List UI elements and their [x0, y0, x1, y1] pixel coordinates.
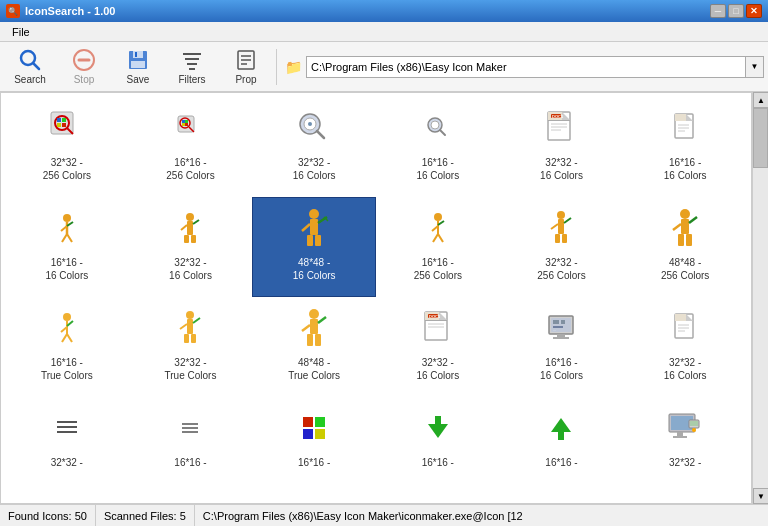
- svg-rect-110: [425, 320, 447, 321]
- svg-point-89: [63, 313, 71, 321]
- svg-point-95: [186, 311, 194, 319]
- icon-cell[interactable]: 32*32 -True Colors: [129, 297, 253, 397]
- svg-line-56: [62, 234, 67, 242]
- icon-label: 16*16 -16 Colors: [45, 256, 88, 282]
- svg-rect-88: [686, 234, 692, 246]
- icon-preview: [43, 204, 91, 252]
- svg-line-98: [193, 318, 200, 323]
- prop-label: Prop: [235, 74, 256, 85]
- icon-cell[interactable]: 48*48 -16 Colors: [252, 197, 376, 297]
- icon-cell[interactable]: 48*48 -256 Colors: [623, 197, 747, 297]
- svg-point-83: [680, 209, 690, 219]
- save-icon: [126, 48, 150, 72]
- icon-grid: 32*32 -256 Colors 16*16 -256 Colors: [0, 92, 752, 504]
- icon-cell[interactable]: 16*16 -16 Colors: [623, 97, 747, 197]
- scroll-up-button[interactable]: ▲: [753, 92, 768, 108]
- status-scanned: Scanned Files: 5: [96, 505, 195, 526]
- address-input[interactable]: [306, 56, 746, 78]
- svg-rect-29: [185, 123, 188, 126]
- icon-label: 32*32 -256 Colors: [537, 256, 585, 282]
- svg-text:DOC1: DOC1: [552, 114, 564, 119]
- svg-text:···: ···: [553, 328, 556, 333]
- svg-rect-63: [191, 235, 196, 243]
- save-button[interactable]: Save: [112, 45, 164, 89]
- filters-button[interactable]: Filters: [166, 45, 218, 89]
- minimize-button[interactable]: ─: [710, 4, 726, 18]
- maximize-button[interactable]: □: [728, 4, 744, 18]
- icon-cell[interactable]: 32*32 -: [5, 397, 129, 497]
- svg-rect-135: [303, 417, 313, 427]
- icon-cell[interactable]: 16*16 -256 Colors: [376, 197, 500, 297]
- icon-cell[interactable]: 16*16 -True Colors: [5, 297, 129, 397]
- icon-cell[interactable]: 32*32 -16 Colors: [129, 197, 253, 297]
- svg-line-36: [440, 130, 445, 135]
- svg-rect-62: [184, 235, 189, 243]
- icon-cell[interactable]: 32*32 -: [623, 397, 747, 497]
- icon-cell[interactable]: 32*32 -256 Colors: [500, 197, 624, 297]
- scroll-track[interactable]: [753, 108, 768, 488]
- icon-cell[interactable]: 16*16 -: [376, 397, 500, 497]
- status-path: C:\Program Files (x86)\Easy Icon Maker\i…: [195, 505, 768, 526]
- icon-label: 16*16 -16 Colors: [540, 356, 583, 382]
- svg-rect-27: [185, 120, 188, 123]
- icon-label: 32*32 -16 Colors: [540, 156, 583, 182]
- svg-rect-99: [184, 334, 189, 343]
- icon-preview: [290, 104, 338, 152]
- app-icon: 🔍: [6, 4, 20, 18]
- menu-file[interactable]: File: [4, 24, 38, 40]
- svg-point-58: [186, 213, 194, 221]
- icon-preview: [414, 204, 462, 252]
- svg-rect-140: [435, 416, 441, 426]
- svg-rect-120: [557, 334, 565, 337]
- svg-line-32: [317, 131, 324, 138]
- svg-line-85: [673, 224, 681, 230]
- icon-cell[interactable]: DOC1 32*32 -16 Colors: [500, 97, 624, 197]
- svg-line-94: [67, 334, 72, 342]
- icon-label: 32*32 -16 Colors: [169, 256, 212, 282]
- scroll-down-button[interactable]: ▼: [753, 488, 768, 504]
- svg-rect-148: [690, 421, 698, 426]
- icon-cell[interactable]: 16*16 -: [500, 397, 624, 497]
- svg-point-71: [434, 213, 442, 221]
- svg-point-64: [309, 209, 319, 219]
- icon-cell[interactable]: 32*32 -16 Colors: [252, 97, 376, 197]
- svg-rect-7: [135, 52, 137, 57]
- svg-rect-117: [553, 320, 559, 324]
- icon-cell[interactable]: 16*16 -16 Colors: [5, 197, 129, 297]
- svg-point-101: [309, 309, 319, 319]
- icon-preview: [43, 304, 91, 352]
- icon-cell[interactable]: 48*48 -True Colors: [252, 297, 376, 397]
- svg-rect-138: [315, 429, 325, 439]
- icon-cell[interactable]: DOC1 32*32 -16 Colors: [376, 297, 500, 397]
- svg-rect-78: [558, 219, 564, 234]
- close-button[interactable]: ✕: [746, 4, 762, 18]
- icon-preview: [537, 404, 585, 452]
- icon-label: 16*16 -True Colors: [41, 356, 93, 382]
- search-button[interactable]: Search: [4, 45, 56, 89]
- window-controls: ─ □ ✕: [710, 4, 762, 18]
- icon-label: 32*32 -: [669, 456, 701, 469]
- svg-point-35: [431, 121, 439, 129]
- svg-rect-82: [562, 234, 567, 243]
- svg-rect-10: [187, 63, 197, 65]
- icon-cell[interactable]: 32*32 -16 Colors: [623, 297, 747, 397]
- icon-preview: [166, 204, 214, 252]
- address-dropdown[interactable]: ▼: [746, 56, 764, 78]
- icon-cell[interactable]: 16*16 -: [252, 397, 376, 497]
- svg-line-93: [62, 334, 67, 342]
- icon-cell[interactable]: 32*32 -256 Colors: [5, 97, 129, 197]
- icon-cell[interactable]: ··· 16*16 -16 Colors: [500, 297, 624, 397]
- icon-cell[interactable]: 16*16 -256 Colors: [129, 97, 253, 197]
- icon-label: 16*16 -256 Colors: [414, 256, 462, 282]
- scrollbar[interactable]: ▲ ▼: [752, 92, 768, 504]
- icon-cell[interactable]: 16*16 -16 Colors: [376, 97, 500, 197]
- stop-button[interactable]: Stop: [58, 45, 110, 89]
- svg-line-80: [564, 218, 571, 223]
- toolbar: Search Stop Save: [0, 42, 768, 92]
- svg-marker-139: [428, 424, 448, 438]
- prop-button[interactable]: Prop: [220, 45, 272, 89]
- svg-rect-19: [57, 118, 61, 122]
- icon-cell[interactable]: 16*16 -: [129, 397, 253, 497]
- icon-preview: DOC1: [537, 104, 585, 152]
- scroll-thumb[interactable]: [753, 108, 768, 168]
